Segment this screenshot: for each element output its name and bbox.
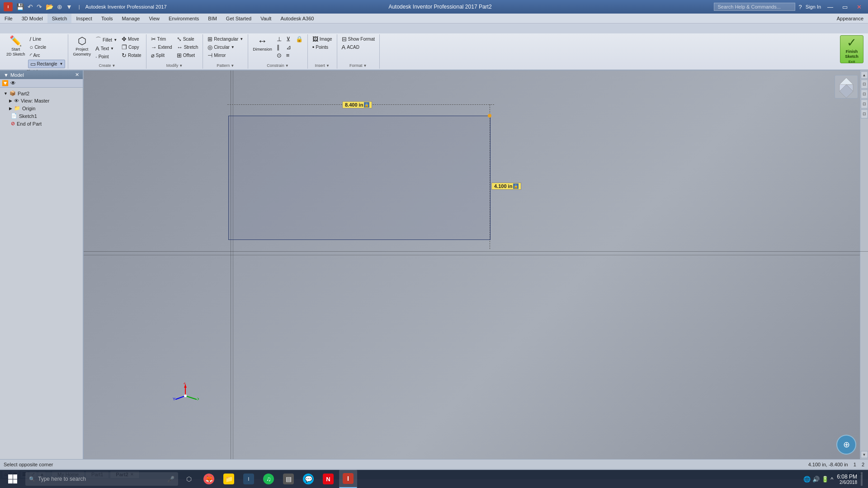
- help-icon[interactable]: ?: [799, 4, 802, 10]
- menu-view[interactable]: View: [144, 14, 164, 23]
- trim-button[interactable]: ✂ Trim: [149, 35, 174, 43]
- rectangle-dropdown-arrow[interactable]: ▼: [60, 62, 63, 66]
- copy-button[interactable]: ❐ Copy: [120, 43, 143, 51]
- circular-button[interactable]: ◎ Circular ▼: [206, 43, 245, 51]
- arc-button[interactable]: ◜ Arc: [28, 52, 66, 59]
- more-icon[interactable]: ▼: [65, 2, 73, 11]
- menu-a360[interactable]: Autodesk A360: [276, 14, 318, 23]
- system-clock[interactable]: 6:08 PM 2/6/2018: [837, 474, 857, 485]
- lock-button[interactable]: 🔒: [294, 35, 305, 43]
- close-button[interactable]: ✕: [854, 3, 864, 11]
- menu-bim[interactable]: BIM: [203, 14, 222, 23]
- constrain-expand-icon[interactable]: ▼: [285, 64, 289, 68]
- minimize-button[interactable]: —: [825, 3, 836, 11]
- undo-icon[interactable]: ↶: [27, 2, 34, 11]
- constraint4-button[interactable]: ⊻: [284, 35, 293, 43]
- property2-button[interactable]: ⊡: [861, 89, 868, 99]
- points-button[interactable]: • Points: [311, 43, 334, 51]
- volume-icon[interactable]: 🔊: [812, 476, 820, 483]
- menu-getstarted[interactable]: Get Started: [222, 14, 256, 23]
- save-icon[interactable]: 💾: [15, 2, 25, 11]
- corner-handle[interactable]: [488, 114, 491, 117]
- dimension-button[interactable]: ↔ Dimension: [251, 35, 274, 62]
- network-icon[interactable]: 🌐: [803, 476, 811, 483]
- insert-expand-icon[interactable]: ▼: [326, 64, 330, 68]
- move-button[interactable]: ✥ Move: [120, 35, 143, 43]
- taskbar-inventor[interactable]: I: [339, 470, 357, 488]
- constraint2-button[interactable]: ∥: [275, 43, 283, 51]
- horizontal-dimension-label[interactable]: 8.400 in 🔒: [342, 101, 372, 108]
- stretch-button[interactable]: ↔ Stretch: [175, 43, 200, 51]
- navigation-wheel[interactable]: ⊕: [836, 435, 856, 455]
- tree-item-sketch1[interactable]: 📄 Sketch1: [2, 112, 81, 120]
- circ-arrow[interactable]: ▼: [231, 45, 235, 49]
- property4-button[interactable]: ⊡: [861, 109, 868, 118]
- fillet-button[interactable]: ⌒ Fillet ▼: [94, 35, 119, 44]
- property1-button[interactable]: ⊡: [861, 80, 868, 89]
- taskbar-app3[interactable]: I: [240, 470, 258, 488]
- scroll-down-button[interactable]: ▼: [861, 451, 868, 458]
- text-button[interactable]: A Text ▼: [94, 45, 119, 52]
- fillet-arrow[interactable]: ▼: [113, 38, 117, 42]
- constraint5-button[interactable]: ⊿: [284, 43, 293, 51]
- create-expand-icon[interactable]: ▼: [112, 64, 116, 68]
- constraint6-button[interactable]: ≡: [284, 52, 293, 59]
- panel-close-icon[interactable]: ✕: [75, 72, 79, 78]
- tree-item-part2[interactable]: ▼ 📦 Part2: [2, 89, 81, 97]
- menu-manage[interactable]: Manage: [118, 14, 145, 23]
- taskbar-spotify[interactable]: ♫: [259, 470, 278, 488]
- new-icon[interactable]: ⊕: [56, 2, 63, 11]
- open-icon[interactable]: 📂: [45, 2, 54, 11]
- taskbar-explorer[interactable]: 📁: [220, 470, 238, 488]
- constraint1-button[interactable]: ⊥: [275, 35, 283, 43]
- sign-in-button[interactable]: Sign In: [806, 4, 821, 9]
- rotate-button[interactable]: ↻ Rotate: [120, 52, 143, 59]
- taskbar-search-bar[interactable]: 🔍 🎤: [25, 472, 178, 486]
- scale-button[interactable]: ⤡ Scale: [175, 35, 200, 43]
- help-search-input[interactable]: [714, 3, 795, 11]
- tree-item-view-master[interactable]: ▶ 👁 View: Master: [2, 97, 81, 104]
- start-button[interactable]: [2, 470, 24, 488]
- battery-icon[interactable]: 🔋: [821, 476, 829, 483]
- property3-button[interactable]: ⊡: [861, 99, 868, 108]
- image-button[interactable]: 🖼 Image: [311, 35, 334, 43]
- project-geometry-button[interactable]: ⬡ ProjectGeometry: [71, 35, 93, 62]
- menu-environments[interactable]: Environments: [164, 14, 203, 23]
- viewport-canvas[interactable]: 8.400 in 🔒 4.100 in 🔒 Z: [84, 70, 868, 459]
- point-button[interactable]: · Point: [94, 53, 119, 61]
- taskbar-app5[interactable]: ▤: [279, 470, 297, 488]
- mirror-button[interactable]: ⊣ Mirror: [206, 52, 245, 59]
- pattern-expand-icon[interactable]: ▼: [231, 64, 234, 68]
- show-desktop-button[interactable]: [861, 472, 863, 486]
- taskbar-firefox[interactable]: 🦊: [200, 470, 218, 488]
- microphone-icon[interactable]: 🎤: [167, 476, 175, 483]
- line-button[interactable]: / Line: [28, 35, 66, 43]
- start-2d-sketch-button[interactable]: ✏️ Start2D Sketch: [5, 35, 27, 62]
- menu-sketch[interactable]: Sketch: [47, 14, 72, 23]
- circle-button[interactable]: ○ Circle: [28, 43, 66, 51]
- split-button[interactable]: ⌀ Split: [149, 52, 174, 59]
- menu-3dmodel[interactable]: 3D Model: [17, 14, 47, 23]
- format-expand-icon[interactable]: ▼: [363, 64, 367, 68]
- tree-item-origin[interactable]: ▶ 📁 Origin: [2, 104, 81, 112]
- finish-sketch-button[interactable]: ✓ FinishSketchExit: [840, 35, 863, 63]
- scroll-up-button[interactable]: ▲: [861, 71, 868, 79]
- rectangle-button[interactable]: ▭ Rectangle ▼: [28, 60, 66, 68]
- show-format-button[interactable]: ⊟ Show Format: [340, 35, 377, 43]
- taskbar-netflix[interactable]: N: [319, 470, 337, 488]
- rectangular-button[interactable]: ⊞ Rectangular ▼: [206, 35, 245, 43]
- tray-expand-icon[interactable]: ^: [830, 476, 833, 483]
- offset-button[interactable]: ⊞ Offset: [175, 52, 200, 59]
- filter-icon[interactable]: 🔽: [2, 80, 9, 86]
- menu-vault[interactable]: Vault: [256, 14, 276, 23]
- modify-expand-icon[interactable]: ▼: [179, 64, 183, 68]
- extend-button[interactable]: → Extend: [149, 43, 174, 51]
- view-icon[interactable]: 👁: [10, 80, 16, 86]
- view-cube[interactable]: [835, 75, 858, 99]
- menu-inspect[interactable]: Inspect: [71, 14, 96, 23]
- taskbar-taskview[interactable]: ⬡: [180, 470, 198, 488]
- menu-tools[interactable]: Tools: [97, 14, 118, 23]
- rect-arrow[interactable]: ▼: [240, 37, 243, 41]
- text-arrow[interactable]: ▼: [110, 47, 114, 51]
- vertical-dimension-label[interactable]: 4.100 in 🔒: [491, 183, 521, 190]
